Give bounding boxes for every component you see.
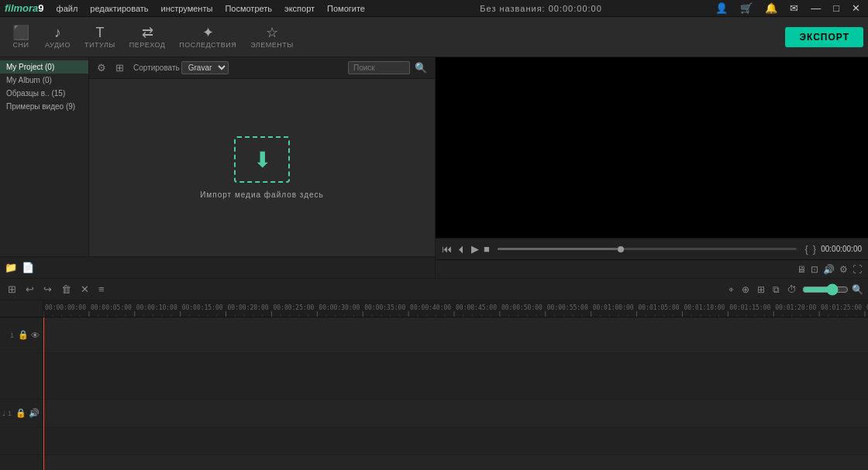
menu-help[interactable]: Помогите (322, 2, 370, 15)
svg-text:00:01:25:00: 00:01:25:00 (821, 304, 862, 311)
prev-play-icon[interactable]: ▶ (471, 243, 479, 255)
media-sidebar: My Project (0) My Album (0) Образцы в.. … (0, 57, 89, 256)
tl-redo-icon[interactable]: ↪ (40, 282, 55, 297)
add-folder-icon[interactable]: 📁 (5, 262, 17, 273)
video-track-empty-label (0, 353, 43, 400)
menu-view[interactable]: Посмотреть (220, 2, 277, 15)
download-icon: ⬇ (253, 147, 271, 173)
preview-screen (436, 57, 868, 238)
tool-effects[interactable]: ✦ ПОСЛЕДСТВИЯ (173, 22, 243, 52)
user-icon[interactable]: 👤 (712, 2, 731, 14)
elements-icon: ☆ (266, 26, 278, 39)
tree-item-project[interactable]: My Project (0) (0, 60, 88, 74)
svg-text:00:01:20:00: 00:01:20:00 (775, 304, 816, 311)
mail-icon[interactable]: ✉ (787, 2, 801, 14)
preview-panel: ⏮ ⏴ ▶ ■ { } 00:00:00:00 🖥 ⊡ 🔊 ⚙ ⛶ (436, 57, 868, 278)
svg-text:00:00:05:00: 00:00:05:00 (91, 304, 132, 311)
svg-text:00:00:10:00: 00:00:10:00 (136, 304, 177, 311)
tree-item-video-samples[interactable]: Примеры видео (9) (0, 100, 88, 113)
svg-text:00:00:55:00: 00:00:55:00 (547, 304, 588, 311)
menu-export[interactable]: экспорт (280, 2, 319, 15)
menu-tools[interactable]: инструменты (157, 2, 218, 15)
preview-fullscreen-icon[interactable]: ⛶ (852, 264, 862, 275)
track-lock-icon-a1[interactable]: 🔒 (16, 408, 26, 418)
media-drop-area[interactable]: ⬇ Импорт медиа файлов здесь (89, 79, 435, 256)
bracket-in-icon[interactable]: { (804, 243, 808, 255)
tl-menu-icon[interactable]: ≡ (95, 282, 108, 297)
audio-track-1 (43, 400, 868, 427)
media-toolbar: ⚙ ⊞ Сортировать Gravar 🔍 (89, 57, 435, 79)
svg-text:00:00:40:00: 00:00:40:00 (410, 304, 451, 311)
tool-effects-label: ПОСЛЕДСТВИЯ (179, 41, 236, 49)
titles-icon: T (95, 26, 104, 39)
track-lock-icon-v1[interactable]: 🔒 (18, 330, 29, 340)
tl-right-controls: ⌖ ⊕ ⊞ ⧉ ⏱ 🔍 (726, 283, 863, 297)
tl-link-icon[interactable]: ⧉ (770, 283, 782, 297)
tool-transition[interactable]: ⇄ ПЕРЕХОД (123, 22, 172, 52)
svg-text:00:00:25:00: 00:00:25:00 (273, 304, 314, 311)
notification-icon[interactable]: 🔔 (762, 2, 780, 14)
timeline: ⊞ ↩ ↪ 🗑 ✕ ≡ ⌖ ⊕ ⊞ ⧉ ⏱ 🔍 1 🔒 👁 (0, 278, 868, 470)
maximize-button[interactable]: □ (830, 2, 842, 14)
tool-transition-label: ПЕРЕХОД (129, 41, 166, 49)
main-toolbar: ⬛ СНИ ♪ АУДИО T ТИТУЛЫ ⇄ ПЕРЕХОД ✦ ПОСЛЕ… (0, 17, 868, 57)
track-num-v1: 1 (10, 331, 14, 339)
preview-controls: ⏮ ⏴ ▶ ■ { } 00:00:00:00 (436, 238, 868, 259)
track-mute-icon-a1[interactable]: 🔊 (29, 408, 40, 418)
preview-settings-icon[interactable]: ⚙ (839, 264, 848, 275)
playhead[interactable] (43, 317, 44, 470)
prev-stop-icon[interactable]: ■ (484, 243, 490, 255)
cart-icon[interactable]: 🛒 (737, 2, 756, 14)
tree-item-album[interactable]: My Album (0) (0, 74, 88, 87)
tl-delete-icon[interactable]: 🗑 (58, 282, 74, 297)
prev-skip-back-icon[interactable]: ⏮ (442, 243, 452, 255)
search-input[interactable] (348, 61, 410, 74)
sort-control[interactable]: Сортировать Gravar (130, 60, 232, 76)
track-num-a1: ♩ 1 (2, 410, 12, 417)
zoom-slider[interactable] (802, 283, 849, 296)
tl-history-icon[interactable]: ⏱ (785, 283, 799, 297)
preview-progress-dot (618, 246, 624, 252)
svg-text:00:00:50:00: 00:00:50:00 (501, 304, 542, 311)
timeline-tracks[interactable] (43, 317, 868, 470)
sort-label: Сортировать (133, 63, 180, 72)
audio-icon: ♪ (54, 26, 61, 39)
tool-elements-label: ЭЛЕМЕНТЫ (250, 41, 294, 49)
audio-track-1-label: ♩ 1 🔒 🔊 (0, 400, 43, 427)
export-button[interactable]: ЭКСПОРТ (785, 27, 863, 47)
sort-dropdown[interactable]: Gravar (181, 61, 229, 74)
titlebar-right: 👤 🛒 🔔 ✉ — □ ✕ (712, 2, 863, 14)
add-media-icon[interactable]: 📄 (22, 262, 34, 273)
track-eye-icon-v1[interactable]: 👁 (31, 331, 40, 340)
titlebar-left: filmora9 файл редактировать инструменты … (5, 2, 370, 15)
tool-titles[interactable]: T ТИТУЛЫ (78, 22, 122, 52)
bracket-out-icon[interactable]: } (813, 243, 816, 255)
tool-audio-label: АУДИО (45, 41, 71, 49)
svg-text:00:01:05:00: 00:01:05:00 (639, 304, 680, 311)
close-button[interactable]: ✕ (849, 2, 863, 14)
timeline-toolbar: ⊞ ↩ ↪ 🗑 ✕ ≡ ⌖ ⊕ ⊞ ⧉ ⏱ 🔍 (0, 279, 868, 300)
tl-magnet-icon[interactable]: ⊕ (739, 283, 752, 297)
menu-file[interactable]: файл (52, 2, 83, 15)
preview-monitor-icon[interactable]: 🖥 (797, 264, 806, 275)
timeline-ruler: 00:00:00:0000:00:05:0000:00:10:0000:00:1… (43, 300, 868, 317)
tl-cut-icon[interactable]: ✕ (78, 282, 92, 297)
menu-edit[interactable]: редактировать (85, 2, 153, 15)
tree-item-samples[interactable]: Образцы в.. (15) (0, 87, 88, 100)
tool-elements[interactable]: ☆ ЭЛЕМЕНТЫ (244, 22, 300, 52)
ruler-svg: 00:00:00:0000:00:05:0000:00:10:0000:00:1… (43, 300, 868, 317)
tl-add-track-icon[interactable]: ⊞ (5, 282, 19, 297)
preview-audio-icon[interactable]: 🔊 (823, 264, 835, 275)
tool-audio[interactable]: ♪ АУДИО (39, 22, 77, 52)
tl-split-icon[interactable]: ⊞ (755, 283, 767, 297)
search-icon[interactable]: 🔍 (412, 60, 430, 75)
tl-undo-icon[interactable]: ↩ (22, 282, 37, 297)
filter-icon[interactable]: ⚙ (94, 60, 109, 75)
grid-icon[interactable]: ⊞ (112, 60, 127, 75)
prev-step-back-icon[interactable]: ⏴ (456, 243, 467, 255)
tl-snap-icon[interactable]: ⌖ (726, 283, 736, 297)
minimize-button[interactable]: — (808, 2, 824, 14)
preview-progress-bar[interactable] (498, 248, 797, 250)
tool-media[interactable]: ⬛ СНИ (5, 22, 37, 52)
preview-pip-icon[interactable]: ⊡ (811, 264, 818, 275)
